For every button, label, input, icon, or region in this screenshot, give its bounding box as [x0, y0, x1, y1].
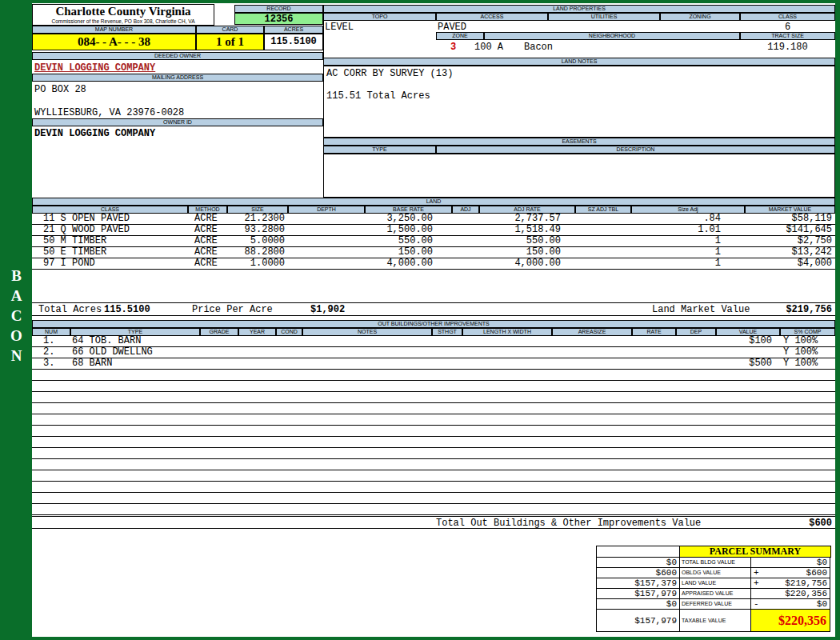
- summary-current-cell: + $219,756: [750, 578, 830, 589]
- ob-spacer-cell: [200, 336, 716, 346]
- summary-row-label: TAXABLE VALUE: [679, 609, 751, 632]
- class-label: CLASS: [740, 13, 835, 21]
- land-size-cell: 93.2800: [227, 225, 288, 235]
- ob-spacer-cell: [200, 347, 716, 358]
- land-depth-cell: [288, 236, 365, 246]
- zone-header-row: ZONE NEIGHBORHOOD TRACT SIZE: [436, 32, 835, 40]
- land-properties-title: LAND PROPERTIES: [323, 5, 835, 13]
- summary-row: $600 OBLDG VALUE + $600: [596, 567, 833, 578]
- utilities-label: UTILITIES: [548, 13, 660, 21]
- county-title: Charlotte County Virginia: [33, 5, 214, 18]
- land-adj-rate-cell: 2,737.57: [479, 214, 575, 224]
- out-buildings-body: 1. 64 TOB. BARN $100 Y 100% 2. 66 OLD DW…: [32, 336, 835, 515]
- easement-description-label: DESCRIPTION: [436, 146, 835, 154]
- summary-row-label: TOTAL BLDG VALUE: [679, 557, 751, 568]
- land-base-rate-cell: 3,250.00: [365, 214, 452, 224]
- summary-row-label: OBLDG VALUE: [679, 567, 751, 578]
- land-col-sz-adj-tbl: SZ ADJ TBL: [575, 206, 631, 214]
- mailing-address-line2: WYLLIESBURG, VA 23976-0028: [34, 107, 184, 118]
- ob-total-value: $600: [809, 518, 832, 529]
- outbuilding-empty-row: [32, 414, 835, 426]
- topo-label: TOPO: [323, 13, 436, 21]
- land-method-cell: ACRE: [188, 225, 227, 235]
- summary-prior-value: $0: [596, 598, 680, 610]
- land-col-class: CLASS: [32, 206, 188, 214]
- land-sz-adj-tbl-cell: [575, 258, 631, 269]
- land-adj-rate-cell: 150.00: [479, 247, 575, 258]
- land-notes-title: LAND NOTES: [323, 58, 835, 66]
- summary-current-value: $219,756: [785, 578, 827, 588]
- land-class-cell: 11 S OPEN PAVED: [32, 214, 188, 224]
- land-adj-cell: [452, 214, 479, 224]
- land-adj-cell: [452, 247, 479, 258]
- land-row: 21 Q WOOD PAVED ACRE 93.2800 1,500.00 1,…: [32, 225, 835, 236]
- land-size-cell: 1.0000: [227, 258, 288, 269]
- summary-prior-value: $600: [596, 567, 680, 578]
- ob-col-rate: RATE: [632, 328, 676, 336]
- ob-total-label: Total Out Buildings & Other Improvements…: [436, 518, 701, 529]
- land-sz-adj-tbl-cell: [575, 236, 631, 246]
- land-market-value-cell: $2,750: [745, 236, 835, 246]
- land-adj-rate-cell: 1,518.49: [479, 225, 575, 235]
- land-size-adj-cell: 1: [631, 247, 745, 258]
- land-totals-row: Total Acres 115.5100 Price Per Acre $1,9…: [32, 302, 835, 316]
- land-col-adj-rate: ADJ RATE: [479, 206, 575, 214]
- ob-col-num: NUM: [32, 328, 70, 336]
- land-sz-adj-tbl-cell: [575, 247, 631, 258]
- outbuilding-row: 1. 64 TOB. BARN $100 Y 100%: [32, 336, 835, 347]
- easements-title: EASEMENTS: [323, 138, 835, 146]
- land-size-cell: 21.2300: [227, 214, 288, 224]
- ob-col-dep: DEP: [676, 328, 716, 336]
- tract-size-value: 119.180: [740, 42, 835, 53]
- land-col-method: METHOD: [188, 206, 227, 214]
- land-col-depth: DEPTH: [288, 206, 365, 214]
- ob-col-notes: NOTES: [302, 328, 432, 336]
- county-subtitle: Commissioner of the Revenue, PO Box 308,…: [33, 18, 214, 25]
- land-size-adj-cell: 1.01: [631, 225, 745, 235]
- parcel-summary: PARCEL SUMMARY $0 TOTAL BLDG VALUE $0 $6…: [596, 546, 833, 632]
- ob-col-grade: GRADE: [200, 328, 238, 336]
- land-depth-cell: [288, 247, 365, 258]
- summary-current-value: $220,356: [785, 589, 827, 598]
- total-acres-value: 115.5100: [104, 304, 150, 315]
- land-adj-cell: [452, 236, 479, 246]
- land-col-market-value: MARKET VALUE: [745, 206, 835, 214]
- ob-col-type: TYPE: [70, 328, 200, 336]
- ob-comp-cell: Y 100%: [780, 358, 835, 369]
- land-base-rate-cell: 1,500.00: [365, 225, 452, 235]
- land-base-rate-cell: 550.00: [365, 236, 452, 246]
- neighborhood-value: Bacon: [524, 42, 553, 53]
- summary-row-label: APPRAISED VALUE: [679, 588, 751, 599]
- outbuilding-row: 2. 66 OLD DWELLNG Y 100%: [32, 347, 835, 358]
- ob-type-cell: 64 TOB. BARN: [70, 336, 200, 346]
- land-section-title: LAND: [32, 198, 835, 206]
- outbuilding-empty-row: [32, 493, 835, 504]
- zone-label: ZONE: [436, 32, 484, 40]
- zone-value: 3: [450, 42, 456, 53]
- outbuilding-empty-row: [32, 381, 835, 392]
- land-size-adj-cell: 1: [631, 236, 745, 246]
- land-note-line2: 115.51 Total Acres: [326, 90, 430, 102]
- summary-current-cell: $0: [750, 557, 830, 568]
- mailing-address-label: MAILING ADDRESS: [32, 74, 323, 82]
- topo-value: LEVEL: [325, 22, 354, 33]
- outbuilding-row: 3. 68 BARN $500 Y 100%: [32, 358, 835, 370]
- outbuilding-empty-row: [32, 470, 835, 482]
- land-size-cell: 88.2800: [227, 247, 288, 258]
- land-market-value-total: $219,756: [786, 304, 832, 315]
- deeded-owner-name: DEVIN LOGGING COMPANY: [34, 62, 155, 74]
- land-class-cell: 21 Q WOOD PAVED: [32, 225, 188, 235]
- mailing-address-line1: PO BOX 28: [34, 84, 86, 95]
- land-row: 11 S OPEN PAVED ACRE 21.2300 3,250.00 2,…: [32, 214, 835, 225]
- land-table-header-row: CLASS METHOD SIZE DEPTH BASE RATE ADJ AD…: [32, 206, 835, 214]
- easement-type-label: TYPE: [323, 146, 436, 154]
- summary-op: +: [754, 578, 759, 588]
- parcel-header-row: MAP NUMBER CARD ACRES: [32, 26, 323, 34]
- parcel-summary-title: PARCEL SUMMARY: [679, 546, 831, 558]
- summary-prior-value: $0: [596, 557, 680, 568]
- tract-size-label: TRACT SIZE: [740, 32, 835, 40]
- acres-label: ACRES: [264, 26, 323, 34]
- land-adj-cell: [452, 258, 479, 269]
- land-col-size-adj: Size Adj: [631, 206, 745, 214]
- summary-row: $157,979 APPRAISED VALUE $220,356: [596, 588, 833, 599]
